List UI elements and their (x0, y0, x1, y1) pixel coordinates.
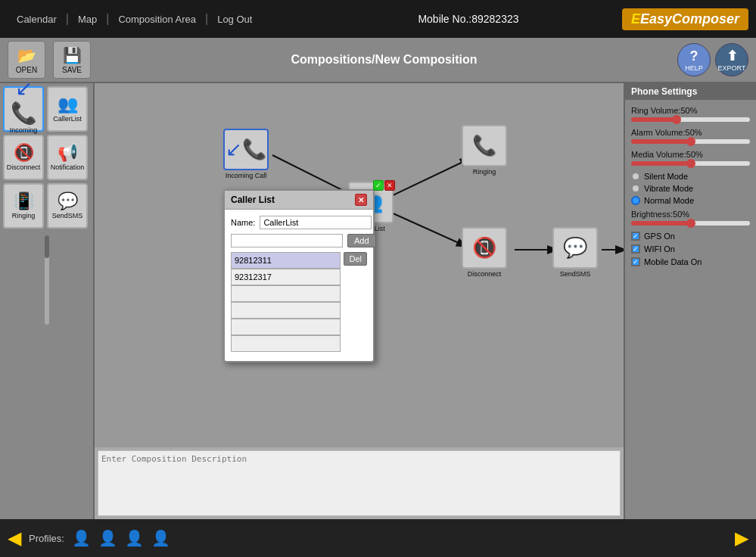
alarm-volume-section: Alarm Volume:50% (631, 128, 750, 144)
normal-mode-radio-item[interactable]: Normal Mode (631, 196, 750, 205)
help-icon: ? (690, 48, 698, 64)
open-button[interactable]: 📂 OPEN (8, 41, 45, 79)
sidebar-item-label-notification: Notification (51, 164, 85, 172)
node-ringing-box: 📞 (462, 125, 507, 166)
dialog-del-button[interactable]: Del (344, 252, 367, 266)
alarm-volume-label: Alarm Volume:50% (631, 128, 750, 137)
media-volume-slider[interactable] (631, 161, 750, 166)
export-button[interactable]: ⬆ EXPORT (715, 43, 748, 76)
notification-icon: 📢 (58, 143, 78, 163)
phone-settings-title: Phone Settings (625, 83, 756, 100)
node-sendsms-box: 💬 (552, 227, 598, 269)
node-sendsms[interactable]: 💬 SendSMS (552, 227, 598, 278)
sendsms-icon: 💬 (58, 191, 78, 211)
profiles-label: Profiles: (29, 533, 64, 544)
help-button[interactable]: ? HELP (677, 43, 711, 76)
dialog-add-button[interactable]: Add (347, 234, 376, 247)
phone-entry-empty-2 (231, 319, 341, 335)
profile-icon-0[interactable]: 👤 (72, 529, 91, 547)
gps-label: GPS On (644, 232, 675, 241)
silent-mode-label: Silent Mode (644, 172, 688, 181)
save-icon: 💾 (63, 46, 82, 64)
silent-mode-radio-item[interactable]: Silent Mode (631, 172, 750, 181)
dialog-phone-input[interactable] (231, 234, 343, 247)
phone-list-left: 92812311 92312317 (231, 252, 341, 352)
alarm-volume-slider[interactable] (631, 139, 750, 144)
page-title: Compositions/New Composition (98, 53, 670, 67)
logo-text: EasyComposer (640, 11, 739, 26)
node-ringing-label: Ringing (473, 168, 496, 176)
node-incoming-call[interactable]: ↙📞 Incoming Call (223, 129, 269, 179)
media-volume-label: Media Volume:50% (631, 150, 750, 159)
profile-icon-1[interactable]: 👤 (98, 529, 117, 547)
mobile-data-toggle[interactable]: Mobile Data On (631, 257, 750, 266)
normal-mode-label: Normal Mode (644, 196, 694, 205)
dialog-add-row: Add (231, 234, 367, 247)
sidebar-item-ringing[interactable]: 📳 Ringing (3, 183, 44, 229)
prev-nav-button[interactable]: ◀ (8, 527, 21, 549)
sidebar-item-label-callerlist: CallerList (53, 116, 82, 123)
dialog-name-input[interactable] (260, 216, 372, 229)
phone-entry-empty-0 (231, 285, 341, 302)
badge-green: ✓ (373, 180, 384, 191)
phone-list-row: 92812311 92312317 Del (231, 252, 367, 352)
alarm-volume-thumb (686, 137, 695, 146)
phone-entry-1[interactable]: 92312317 (231, 269, 341, 285)
caller-badges: ✓ ✕ (373, 180, 395, 191)
node-sendsms-icon: 💬 (563, 236, 587, 260)
export-label: EXPORT (718, 64, 746, 72)
save-button[interactable]: 💾 SAVE (53, 41, 91, 79)
brightness-thumb (686, 219, 695, 228)
gps-toggle[interactable]: GPS On (631, 232, 750, 241)
ringing-icon: 📳 (14, 191, 34, 211)
vibrate-mode-radio (631, 184, 640, 193)
vibrate-mode-label: Vibrate Mode (644, 184, 693, 193)
sidebar-row-1: ↙📞 Incoming Call 👥 CallerList (3, 86, 90, 132)
wifi-checkbox (631, 244, 640, 254)
dialog-title-bar: Caller List ✕ (225, 191, 373, 210)
node-ringing[interactable]: 📞 Ringing (462, 125, 507, 176)
profile-icon-2[interactable]: 👤 (125, 529, 144, 547)
node-sendsms-label: SendSMS (560, 270, 591, 278)
wifi-toggle[interactable]: WIFI On (631, 244, 750, 254)
description-area (95, 447, 624, 519)
brightness-slider[interactable] (631, 221, 750, 226)
mobile-data-label: Mobile Data On (644, 257, 702, 266)
sidebar-item-callerlist[interactable]: 👥 CallerList (47, 86, 88, 132)
silent-mode-radio (631, 172, 640, 181)
media-volume-section: Media Volume:50% (631, 150, 750, 166)
disconnect-icon: 📵 (14, 143, 34, 163)
composition-description[interactable] (98, 450, 621, 516)
dialog-name-row: Name: (231, 216, 367, 229)
nav-map[interactable]: Map (69, 14, 106, 25)
profile-icon-3[interactable]: 👤 (151, 529, 170, 547)
node-disconnect[interactable]: 📵 Disconnect (462, 227, 507, 278)
svg-line-2 (390, 212, 465, 246)
dialog-close-button[interactable]: ✕ (355, 194, 367, 206)
nav-composition-area[interactable]: Composition Area (109, 14, 205, 25)
nav-logout[interactable]: Log Out (208, 14, 261, 25)
ring-volume-label: Ring Volume:50% (631, 106, 750, 115)
vibrate-mode-radio-item[interactable]: Vibrate Mode (631, 184, 750, 193)
sidebar-scrollbar[interactable] (44, 235, 50, 325)
mode-radio-group: Silent Mode Vibrate Mode Normal Mode (631, 172, 750, 205)
badge-red: ✕ (384, 180, 395, 191)
ring-volume-slider[interactable] (631, 117, 750, 122)
node-disconnect-icon: 📵 (472, 236, 496, 260)
sidebar-item-incoming-call[interactable]: ↙📞 Incoming Call (3, 86, 44, 132)
scrollbar-thumb[interactable] (45, 235, 49, 258)
dialog-title-text: Caller List (231, 194, 275, 205)
sidebar-item-label-disconnect: Disconnect (7, 164, 41, 172)
sidebar-item-notification[interactable]: 📢 Notification (47, 135, 88, 180)
ring-volume-section: Ring Volume:50% (631, 106, 750, 122)
nav-calendar[interactable]: Calendar (8, 14, 66, 25)
phone-entry-0[interactable]: 92812311 (231, 252, 341, 269)
mobile-number: Mobile No.:89282323 (315, 13, 622, 25)
composition-canvas[interactable]: ↙📞 Incoming Call 👥 ✓ ✕ CallerList 📞 Ring… (95, 83, 624, 519)
callerlist-icon: 👥 (58, 95, 78, 114)
next-nav-button[interactable]: ▶ (735, 527, 748, 549)
sidebar-item-disconnect[interactable]: 📵 Disconnect (3, 135, 44, 180)
phone-number-0: 92812311 (235, 256, 272, 265)
phone-list-right: Del (344, 252, 367, 352)
sidebar-item-sendsms[interactable]: 💬 SendSMS (47, 183, 88, 229)
